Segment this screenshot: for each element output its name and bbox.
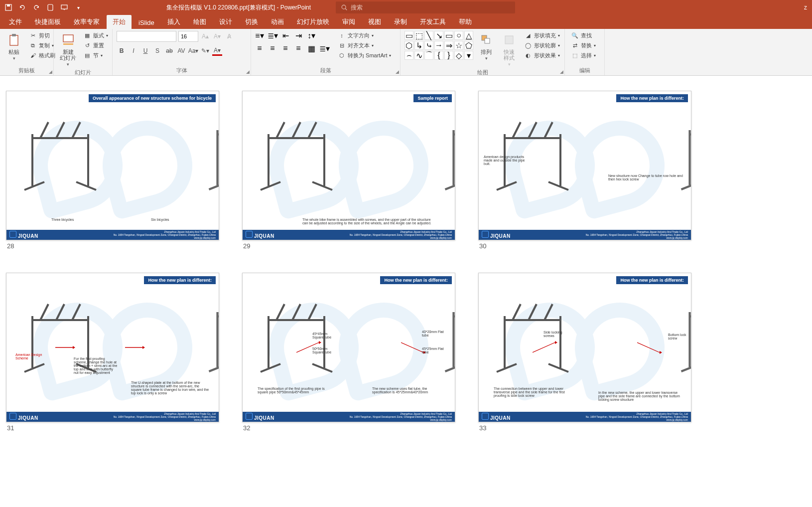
tab-review[interactable]: 审阅	[336, 15, 361, 29]
new-slide-button[interactable]: 新建 幻灯片 ▾	[58, 31, 78, 68]
shape-gallery[interactable]: ▭⬚╲↘▭○△ ⬡↳⤷→⇒☆⬠ ⌢∿⌒{}◇▾	[405, 31, 473, 60]
cut-button[interactable]: ✂剪切	[27, 31, 57, 40]
tab-design[interactable]: 设计	[213, 15, 238, 29]
slide-thumbnail[interactable]: How the new plan is different: 45*45mm S…	[242, 273, 455, 432]
redo-icon[interactable]	[32, 3, 41, 12]
shape-cell[interactable]: ∿	[414, 51, 423, 60]
shape-cell[interactable]: ╲	[424, 31, 433, 40]
slide-sorter[interactable]: Overall appearance of new structure sche…	[0, 76, 812, 507]
shape-cell[interactable]: ▭	[405, 31, 413, 40]
arrange-button[interactable]: 排列 ▾	[476, 31, 496, 62]
numbering-button[interactable]: ≣▾	[268, 31, 277, 40]
undo-icon[interactable]	[18, 3, 27, 12]
slide-thumbnail[interactable]: How the new plan is different: Side lock…	[478, 273, 691, 432]
shape-cell[interactable]: ⬡	[405, 41, 413, 50]
shape-effects-button[interactable]: ◐形状效果▾	[522, 51, 562, 60]
increase-indent-button[interactable]: ⇥	[294, 31, 303, 40]
tab-developer[interactable]: 开发工具	[414, 15, 452, 29]
paragraph-launcher[interactable]: ◢	[396, 69, 399, 74]
decrease-indent-button[interactable]: ⇤	[281, 31, 290, 40]
tab-file[interactable]: 文件	[3, 15, 28, 29]
tab-insert[interactable]: 插入	[161, 15, 186, 29]
columns-button[interactable]: ≣▾	[320, 44, 329, 53]
shadow-button[interactable]: S	[152, 46, 162, 56]
italic-button[interactable]: I	[129, 46, 138, 56]
shape-cell[interactable]: ⌢	[405, 51, 413, 60]
save-icon[interactable]	[4, 3, 13, 12]
select-button[interactable]: ⬚选择▾	[569, 51, 598, 60]
slide-thumbnail[interactable]: Overall appearance of new structure sche…	[6, 91, 219, 250]
replace-button[interactable]: ⇄替换▾	[569, 41, 598, 50]
shape-cell[interactable]: ⤷	[424, 41, 433, 50]
shape-cell[interactable]: {	[434, 51, 443, 60]
qat-more-icon[interactable]: ▾	[74, 3, 83, 12]
clipboard-launcher[interactable]: ◢	[49, 69, 52, 74]
quick-styles-button[interactable]: 快速样式 ▾	[499, 31, 519, 68]
font-name-input[interactable]	[117, 31, 176, 42]
shape-cell[interactable]: ○	[454, 31, 463, 40]
bullets-button[interactable]: ≡▾	[255, 31, 264, 40]
shape-cell[interactable]: →	[434, 41, 443, 50]
tab-animations[interactable]: 动画	[265, 15, 290, 29]
font-size-input[interactable]	[178, 31, 198, 42]
slide-thumbnail[interactable]: Sample report The whole bike frame is as…	[242, 91, 455, 250]
shape-cell[interactable]: ☆	[454, 41, 463, 50]
layout-button[interactable]: ▦版式▾	[81, 31, 110, 40]
text-direction-button[interactable]: ↕文字方向▾	[336, 31, 393, 40]
shape-cell[interactable]: ▭	[444, 31, 453, 40]
format-painter-button[interactable]: 🖌格式刷	[27, 51, 57, 60]
touch-mode-icon[interactable]	[46, 3, 55, 12]
distribute-button[interactable]: ▦	[307, 44, 316, 53]
slide-thumbnail[interactable]: How the new plan is different: American …	[6, 273, 219, 432]
tab-islide[interactable]: iSlide	[133, 16, 160, 29]
clear-format-icon[interactable]: A̷	[224, 31, 234, 41]
shape-cell[interactable]: ◇	[454, 51, 463, 60]
reset-button[interactable]: ↺重置	[81, 41, 110, 50]
search-input[interactable]	[351, 4, 510, 11]
shape-cell[interactable]: ⬚	[414, 31, 423, 40]
tab-view[interactable]: 视图	[362, 15, 387, 29]
case-button[interactable]: Aa▾	[188, 46, 198, 56]
tab-home[interactable]: 开始	[107, 15, 132, 29]
decrease-font-icon[interactable]: A▾	[212, 31, 222, 41]
tab-slideshow[interactable]: 幻灯片放映	[291, 15, 335, 29]
align-text-button[interactable]: ⊟对齐文本▾	[336, 41, 393, 50]
spacing-button[interactable]: AV	[176, 46, 186, 56]
shape-fill-button[interactable]: ◢形状填充▾	[522, 31, 562, 40]
bold-button[interactable]: B	[117, 46, 127, 56]
tab-help[interactable]: 帮助	[453, 15, 478, 29]
align-left-button[interactable]: ≡	[255, 44, 264, 53]
shape-cell[interactable]: △	[464, 31, 473, 40]
copy-button[interactable]: ⧉复制▾	[27, 41, 57, 50]
shape-cell[interactable]: ⬠	[464, 41, 473, 50]
tab-draw[interactable]: 绘图	[187, 15, 212, 29]
tab-record[interactable]: 录制	[388, 15, 413, 29]
justify-button[interactable]: ≡	[294, 44, 303, 53]
increase-font-icon[interactable]: A▴	[200, 31, 210, 41]
shape-cell[interactable]: ↳	[414, 41, 423, 50]
slide-thumbnail[interactable]: How the new plan is different: American …	[478, 91, 691, 250]
tab-quick-panel[interactable]: 快捷面板	[29, 15, 67, 29]
shape-cell[interactable]: }	[444, 51, 453, 60]
smartart-button[interactable]: ⬡转换为 SmartArt▾	[336, 51, 393, 60]
tab-transitions[interactable]: 切换	[239, 15, 264, 29]
shape-cell[interactable]: ⌒	[424, 51, 433, 60]
shape-cell[interactable]: ▾	[464, 51, 473, 60]
section-button[interactable]: ▤节▾	[81, 51, 110, 60]
slideshow-icon[interactable]	[60, 3, 69, 12]
paste-button[interactable]: 粘贴 ▾	[4, 31, 24, 62]
shape-outline-button[interactable]: ◯形状轮廓▾	[522, 41, 562, 50]
tab-efficiency[interactable]: 效率专家	[68, 15, 106, 29]
highlight-button[interactable]: ✎▾	[200, 46, 210, 56]
underline-button[interactable]: U	[140, 46, 150, 56]
strike-button[interactable]: ab	[164, 46, 174, 56]
font-launcher[interactable]: ◢	[246, 69, 250, 74]
find-button[interactable]: 🔍查找	[569, 31, 598, 40]
font-color-button[interactable]: A▾	[212, 46, 222, 56]
drawing-launcher[interactable]: ◢	[560, 69, 563, 74]
align-center-button[interactable]: ≡	[268, 44, 277, 53]
line-spacing-button[interactable]: ↕▾	[307, 31, 316, 40]
shape-cell[interactable]: ↘	[434, 31, 443, 40]
search-box[interactable]	[336, 1, 515, 13]
align-right-button[interactable]: ≡	[281, 44, 290, 53]
